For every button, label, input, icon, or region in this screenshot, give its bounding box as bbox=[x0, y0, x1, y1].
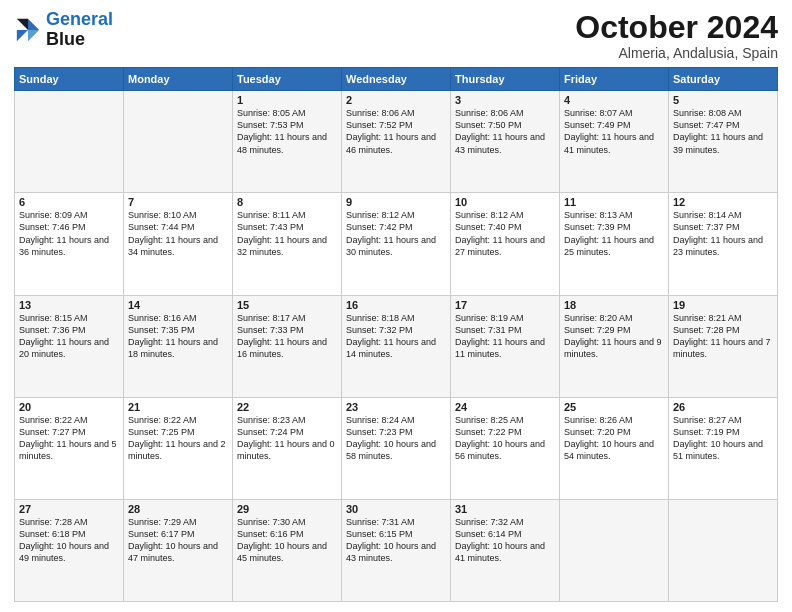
calendar-cell: 27Sunrise: 7:28 AM Sunset: 6:18 PM Dayli… bbox=[15, 499, 124, 601]
day-number: 28 bbox=[128, 503, 228, 515]
cell-details: Sunrise: 7:29 AM Sunset: 6:17 PM Dayligh… bbox=[128, 516, 228, 565]
calendar-cell: 11Sunrise: 8:13 AM Sunset: 7:39 PM Dayli… bbox=[560, 193, 669, 295]
logo-icon bbox=[14, 16, 42, 44]
subtitle: Almeria, Andalusia, Spain bbox=[575, 45, 778, 61]
calendar-cell: 7Sunrise: 8:10 AM Sunset: 7:44 PM Daylig… bbox=[124, 193, 233, 295]
calendar-cell: 13Sunrise: 8:15 AM Sunset: 7:36 PM Dayli… bbox=[15, 295, 124, 397]
calendar-cell: 12Sunrise: 8:14 AM Sunset: 7:37 PM Dayli… bbox=[669, 193, 778, 295]
calendar-cell: 29Sunrise: 7:30 AM Sunset: 6:16 PM Dayli… bbox=[233, 499, 342, 601]
day-number: 15 bbox=[237, 299, 337, 311]
calendar-cell: 23Sunrise: 8:24 AM Sunset: 7:23 PM Dayli… bbox=[342, 397, 451, 499]
cell-details: Sunrise: 8:19 AM Sunset: 7:31 PM Dayligh… bbox=[455, 312, 555, 361]
cell-details: Sunrise: 8:26 AM Sunset: 7:20 PM Dayligh… bbox=[564, 414, 664, 463]
day-number: 13 bbox=[19, 299, 119, 311]
cell-details: Sunrise: 8:16 AM Sunset: 7:35 PM Dayligh… bbox=[128, 312, 228, 361]
cell-details: Sunrise: 8:23 AM Sunset: 7:24 PM Dayligh… bbox=[237, 414, 337, 463]
calendar-cell: 24Sunrise: 8:25 AM Sunset: 7:22 PM Dayli… bbox=[451, 397, 560, 499]
day-number: 5 bbox=[673, 94, 773, 106]
cell-details: Sunrise: 8:22 AM Sunset: 7:25 PM Dayligh… bbox=[128, 414, 228, 463]
calendar-cell: 18Sunrise: 8:20 AM Sunset: 7:29 PM Dayli… bbox=[560, 295, 669, 397]
day-number: 17 bbox=[455, 299, 555, 311]
svg-marker-2 bbox=[17, 19, 28, 30]
cell-details: Sunrise: 8:13 AM Sunset: 7:39 PM Dayligh… bbox=[564, 209, 664, 258]
cell-details: Sunrise: 7:30 AM Sunset: 6:16 PM Dayligh… bbox=[237, 516, 337, 565]
cell-details: Sunrise: 8:06 AM Sunset: 7:52 PM Dayligh… bbox=[346, 107, 446, 156]
svg-marker-0 bbox=[28, 19, 39, 30]
cell-details: Sunrise: 8:12 AM Sunset: 7:40 PM Dayligh… bbox=[455, 209, 555, 258]
calendar-cell: 26Sunrise: 8:27 AM Sunset: 7:19 PM Dayli… bbox=[669, 397, 778, 499]
calendar-cell: 20Sunrise: 8:22 AM Sunset: 7:27 PM Dayli… bbox=[15, 397, 124, 499]
calendar-cell: 8Sunrise: 8:11 AM Sunset: 7:43 PM Daylig… bbox=[233, 193, 342, 295]
calendar-cell: 15Sunrise: 8:17 AM Sunset: 7:33 PM Dayli… bbox=[233, 295, 342, 397]
day-number: 26 bbox=[673, 401, 773, 413]
logo-text: General Blue bbox=[46, 10, 113, 50]
calendar-cell: 9Sunrise: 8:12 AM Sunset: 7:42 PM Daylig… bbox=[342, 193, 451, 295]
cell-details: Sunrise: 8:27 AM Sunset: 7:19 PM Dayligh… bbox=[673, 414, 773, 463]
cell-details: Sunrise: 8:10 AM Sunset: 7:44 PM Dayligh… bbox=[128, 209, 228, 258]
day-number: 14 bbox=[128, 299, 228, 311]
cell-details: Sunrise: 8:22 AM Sunset: 7:27 PM Dayligh… bbox=[19, 414, 119, 463]
calendar: SundayMondayTuesdayWednesdayThursdayFrid… bbox=[14, 67, 778, 602]
cell-details: Sunrise: 8:08 AM Sunset: 7:47 PM Dayligh… bbox=[673, 107, 773, 156]
calendar-cell bbox=[124, 91, 233, 193]
day-header-sunday: Sunday bbox=[15, 68, 124, 91]
title-block: October 2024 Almeria, Andalusia, Spain bbox=[575, 10, 778, 61]
day-number: 18 bbox=[564, 299, 664, 311]
header: General Blue October 2024 Almeria, Andal… bbox=[14, 10, 778, 61]
day-number: 4 bbox=[564, 94, 664, 106]
day-number: 16 bbox=[346, 299, 446, 311]
day-header-friday: Friday bbox=[560, 68, 669, 91]
day-header-wednesday: Wednesday bbox=[342, 68, 451, 91]
calendar-cell: 28Sunrise: 7:29 AM Sunset: 6:17 PM Dayli… bbox=[124, 499, 233, 601]
day-number: 23 bbox=[346, 401, 446, 413]
cell-details: Sunrise: 7:32 AM Sunset: 6:14 PM Dayligh… bbox=[455, 516, 555, 565]
day-number: 30 bbox=[346, 503, 446, 515]
day-number: 12 bbox=[673, 196, 773, 208]
calendar-cell: 14Sunrise: 8:16 AM Sunset: 7:35 PM Dayli… bbox=[124, 295, 233, 397]
cell-details: Sunrise: 8:24 AM Sunset: 7:23 PM Dayligh… bbox=[346, 414, 446, 463]
day-number: 29 bbox=[237, 503, 337, 515]
day-number: 8 bbox=[237, 196, 337, 208]
cell-details: Sunrise: 8:12 AM Sunset: 7:42 PM Dayligh… bbox=[346, 209, 446, 258]
day-number: 10 bbox=[455, 196, 555, 208]
calendar-cell: 21Sunrise: 8:22 AM Sunset: 7:25 PM Dayli… bbox=[124, 397, 233, 499]
cell-details: Sunrise: 8:15 AM Sunset: 7:36 PM Dayligh… bbox=[19, 312, 119, 361]
cell-details: Sunrise: 8:21 AM Sunset: 7:28 PM Dayligh… bbox=[673, 312, 773, 361]
day-header-thursday: Thursday bbox=[451, 68, 560, 91]
cell-details: Sunrise: 8:18 AM Sunset: 7:32 PM Dayligh… bbox=[346, 312, 446, 361]
calendar-cell: 16Sunrise: 8:18 AM Sunset: 7:32 PM Dayli… bbox=[342, 295, 451, 397]
day-number: 24 bbox=[455, 401, 555, 413]
cell-details: Sunrise: 8:14 AM Sunset: 7:37 PM Dayligh… bbox=[673, 209, 773, 258]
cell-details: Sunrise: 7:28 AM Sunset: 6:18 PM Dayligh… bbox=[19, 516, 119, 565]
calendar-cell: 22Sunrise: 8:23 AM Sunset: 7:24 PM Dayli… bbox=[233, 397, 342, 499]
calendar-cell: 5Sunrise: 8:08 AM Sunset: 7:47 PM Daylig… bbox=[669, 91, 778, 193]
calendar-cell: 25Sunrise: 8:26 AM Sunset: 7:20 PM Dayli… bbox=[560, 397, 669, 499]
cell-details: Sunrise: 8:25 AM Sunset: 7:22 PM Dayligh… bbox=[455, 414, 555, 463]
cell-details: Sunrise: 8:05 AM Sunset: 7:53 PM Dayligh… bbox=[237, 107, 337, 156]
day-number: 1 bbox=[237, 94, 337, 106]
calendar-cell: 1Sunrise: 8:05 AM Sunset: 7:53 PM Daylig… bbox=[233, 91, 342, 193]
cell-details: Sunrise: 7:31 AM Sunset: 6:15 PM Dayligh… bbox=[346, 516, 446, 565]
day-number: 6 bbox=[19, 196, 119, 208]
calendar-cell: 6Sunrise: 8:09 AM Sunset: 7:46 PM Daylig… bbox=[15, 193, 124, 295]
cell-details: Sunrise: 8:11 AM Sunset: 7:43 PM Dayligh… bbox=[237, 209, 337, 258]
calendar-cell: 30Sunrise: 7:31 AM Sunset: 6:15 PM Dayli… bbox=[342, 499, 451, 601]
cell-details: Sunrise: 8:07 AM Sunset: 7:49 PM Dayligh… bbox=[564, 107, 664, 156]
calendar-cell bbox=[669, 499, 778, 601]
svg-marker-1 bbox=[28, 30, 39, 41]
calendar-cell bbox=[560, 499, 669, 601]
month-title: October 2024 bbox=[575, 10, 778, 45]
cell-details: Sunrise: 8:09 AM Sunset: 7:46 PM Dayligh… bbox=[19, 209, 119, 258]
day-number: 11 bbox=[564, 196, 664, 208]
day-number: 19 bbox=[673, 299, 773, 311]
day-number: 22 bbox=[237, 401, 337, 413]
day-header-tuesday: Tuesday bbox=[233, 68, 342, 91]
day-number: 2 bbox=[346, 94, 446, 106]
day-number: 3 bbox=[455, 94, 555, 106]
day-header-monday: Monday bbox=[124, 68, 233, 91]
calendar-cell: 17Sunrise: 8:19 AM Sunset: 7:31 PM Dayli… bbox=[451, 295, 560, 397]
cell-details: Sunrise: 8:20 AM Sunset: 7:29 PM Dayligh… bbox=[564, 312, 664, 361]
day-number: 31 bbox=[455, 503, 555, 515]
day-number: 27 bbox=[19, 503, 119, 515]
calendar-cell: 31Sunrise: 7:32 AM Sunset: 6:14 PM Dayli… bbox=[451, 499, 560, 601]
